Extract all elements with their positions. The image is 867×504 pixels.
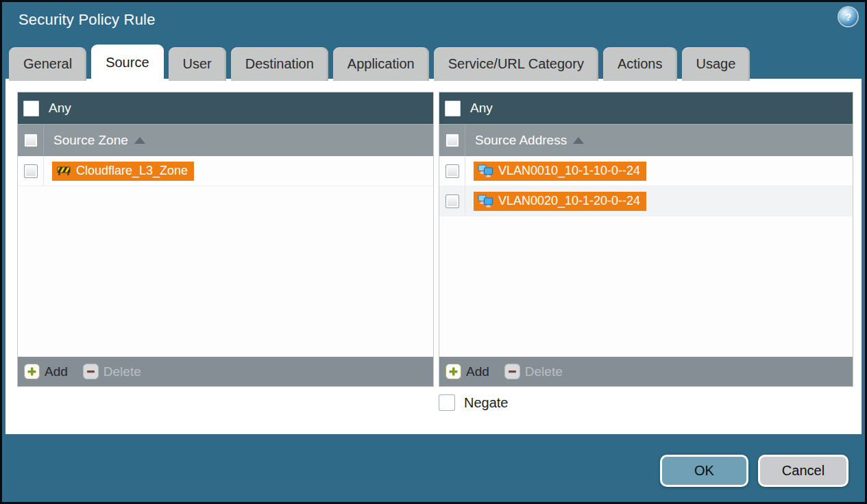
delete-button-label: Delete bbox=[103, 364, 141, 379]
source-tab-content: Any Source Zone bbox=[5, 79, 862, 434]
source-address-any-label: Any bbox=[470, 101, 493, 116]
cancel-button[interactable]: Cancel bbox=[758, 455, 848, 487]
source-address-panel-footer: Add Delete bbox=[439, 357, 853, 386]
sort-ascending-icon bbox=[573, 137, 584, 144]
tab-application[interactable]: Application bbox=[333, 47, 429, 81]
source-zone-any-row: Any bbox=[18, 92, 433, 124]
table-row: VLAN0020_10-1-20-0--24 bbox=[439, 186, 853, 216]
minus-icon bbox=[504, 364, 520, 379]
row-checkbox[interactable] bbox=[24, 164, 38, 178]
minus-icon bbox=[83, 364, 99, 379]
delete-button-label: Delete bbox=[525, 364, 563, 379]
source-zone-selectall-checkbox[interactable] bbox=[24, 134, 38, 147]
ok-button[interactable]: OK bbox=[660, 455, 748, 487]
help-icon[interactable]: ? bbox=[839, 8, 857, 26]
negate-checkbox[interactable] bbox=[439, 394, 455, 411]
negate-label: Negate bbox=[464, 395, 509, 411]
source-address-column-header[interactable]: Source Address bbox=[439, 124, 853, 156]
negate-row: Negate bbox=[439, 394, 509, 411]
source-address-item-label: VLAN0020_10-1-20-0--24 bbox=[498, 194, 640, 208]
source-zone-any-checkbox[interactable] bbox=[23, 101, 39, 116]
row-checkbox[interactable] bbox=[445, 194, 459, 208]
add-button-label: Add bbox=[466, 364, 489, 379]
plus-icon bbox=[445, 364, 461, 379]
source-zone-item[interactable]: Cloudflare_L3_Zone bbox=[52, 162, 194, 181]
tab-user[interactable]: User bbox=[169, 47, 226, 81]
source-address-list: VLAN0010_10-1-10-0--24 bbox=[439, 156, 853, 357]
dialog-title: Security Policy Rule bbox=[19, 11, 156, 29]
tab-service-url-category[interactable]: Service/URL Category bbox=[434, 47, 598, 81]
address-icon bbox=[478, 164, 493, 177]
source-zone-panel-footer: Add Delete bbox=[18, 357, 433, 386]
table-row: Cloudflare_L3_Zone bbox=[18, 156, 433, 186]
security-policy-rule-dialog: Security Policy Rule ? General Source Us… bbox=[0, 0, 867, 504]
source-zone-column-header[interactable]: Source Zone bbox=[18, 124, 433, 156]
table-row: VLAN0010_10-1-10-0--24 bbox=[439, 156, 853, 186]
tab-usage[interactable]: Usage bbox=[682, 47, 750, 81]
source-zone-list: Cloudflare_L3_Zone bbox=[18, 156, 433, 357]
help-glyph: ? bbox=[845, 11, 851, 23]
address-icon bbox=[478, 194, 493, 207]
source-address-add-button[interactable]: Add bbox=[445, 364, 489, 379]
tab-destination[interactable]: Destination bbox=[231, 47, 328, 81]
source-address-panel: Any Source Address bbox=[439, 92, 853, 387]
source-address-column-title: Source Address bbox=[475, 133, 567, 148]
source-address-selectall-checkbox[interactable] bbox=[445, 134, 459, 147]
source-zone-item-label: Cloudflare_L3_Zone bbox=[76, 164, 188, 178]
source-zone-add-button[interactable]: Add bbox=[24, 364, 68, 379]
source-address-item-label: VLAN0010_10-1-10-0--24 bbox=[498, 164, 640, 178]
source-address-any-row: Any bbox=[439, 92, 853, 124]
tab-source[interactable]: Source bbox=[91, 45, 163, 81]
source-zone-delete-button[interactable]: Delete bbox=[83, 364, 141, 379]
source-zone-column-title: Source Zone bbox=[53, 133, 128, 148]
source-zone-any-label: Any bbox=[49, 101, 71, 116]
tab-actions[interactable]: Actions bbox=[603, 47, 677, 81]
source-zone-panel: Any Source Zone bbox=[17, 92, 434, 387]
sort-ascending-icon bbox=[134, 137, 145, 144]
source-address-delete-button[interactable]: Delete bbox=[504, 364, 563, 379]
source-address-any-checkbox[interactable] bbox=[445, 101, 461, 116]
zone-icon bbox=[56, 165, 71, 176]
tab-general[interactable]: General bbox=[9, 47, 86, 81]
tab-bar: General Source User Destination Applicat… bbox=[9, 45, 750, 81]
source-address-item[interactable]: VLAN0010_10-1-10-0--24 bbox=[474, 162, 646, 181]
plus-icon bbox=[24, 364, 40, 379]
add-button-label: Add bbox=[45, 364, 68, 379]
row-checkbox[interactable] bbox=[445, 164, 459, 178]
source-address-item[interactable]: VLAN0020_10-1-20-0--24 bbox=[474, 192, 646, 211]
